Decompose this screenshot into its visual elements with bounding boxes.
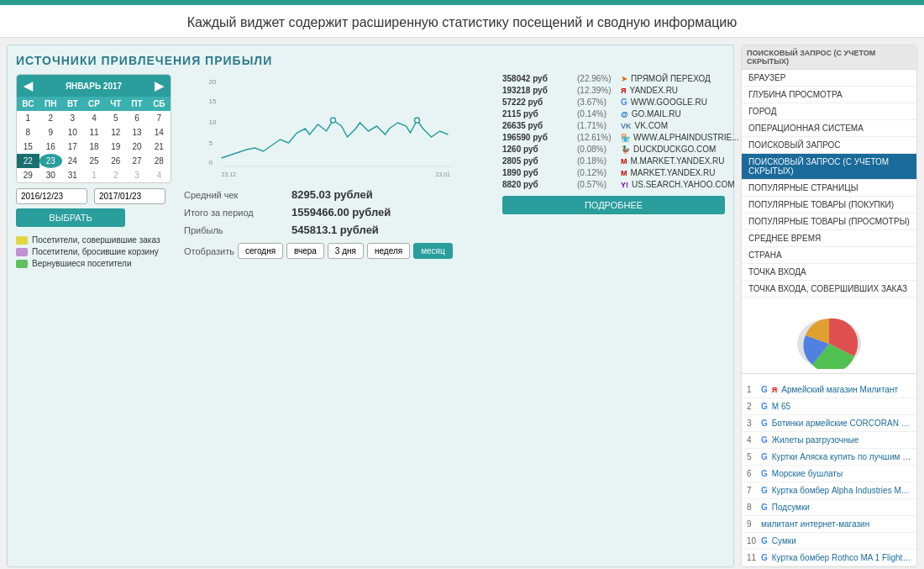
popular-link[interactable]: Сумки <box>772 536 911 545</box>
cal-day[interactable]: 9 <box>39 125 62 140</box>
google-icon: G <box>761 536 768 545</box>
cal-day[interactable]: 30 <box>39 168 62 182</box>
source-amount: 2115 руб <box>502 109 574 119</box>
legend-color-abandoned <box>16 248 28 256</box>
cal-day[interactable]: 10 <box>62 125 83 140</box>
popular-link[interactable]: Подсумки <box>772 503 911 512</box>
cal-day[interactable]: 31 <box>62 168 83 182</box>
profit-label: Прибыль <box>184 225 285 235</box>
cal-day[interactable]: 7 <box>148 111 171 125</box>
cal-day[interactable]: 25 <box>83 154 105 168</box>
cal-prev-button[interactable]: ◀ <box>24 79 33 92</box>
popular-link[interactable]: Ботинки армейские CORCORAN Marauder Bla.… <box>772 419 911 428</box>
popular-link[interactable]: Куртки Аляска купить по лучшим ценам в М… <box>772 452 911 461</box>
source-entry-1: 193218 руб (12.39%) Я YANDEX.RU <box>502 86 725 95</box>
cal-day[interactable]: 13 <box>126 125 147 140</box>
legend-item-orders: Посетители, совершившие заказ <box>16 235 176 245</box>
cal-day[interactable]: 28 <box>148 154 171 168</box>
svg-text:15: 15 <box>209 97 217 105</box>
week-button[interactable]: неделя <box>367 243 410 259</box>
sidebar-title: ПОИСКОВЫЙ ЗАПРОС (С УЧЕТОМ СКРЫТЫХ) <box>742 45 916 70</box>
sidebar-item-11[interactable]: ТОЧКА ВХОДА <box>742 264 916 281</box>
sidebar-item-1[interactable]: ГЛУБИНА ПРОСМОТРА <box>742 87 916 103</box>
sidebar-item-8[interactable]: ПОПУЛЯРНЫЕ ТОВАРЫ (ПРОСМОТРЫ) <box>742 213 916 230</box>
cal-day[interactable]: 17 <box>62 140 83 154</box>
cal-next-button[interactable]: ▶ <box>155 79 164 92</box>
popular-num: 2 <box>747 402 757 411</box>
cal-day[interactable]: 22 <box>17 154 39 168</box>
popular-link[interactable]: Армейский магазин Милитант <box>781 385 911 394</box>
popular-link[interactable]: Куртка бомбер Rothco MA 1 Flight Jacket <box>772 553 911 562</box>
sidebar-item-0[interactable]: БРАУЗЕР <box>742 70 916 87</box>
google-icon: G <box>761 452 768 461</box>
cal-day[interactable]: 4 <box>148 168 171 182</box>
sidebar-item-6[interactable]: ПОПУЛЯРНЫЕ СТРАНИЦЫ <box>742 180 916 197</box>
sidebar-item-10[interactable]: СТРАНА <box>742 247 916 264</box>
source-entry-4: 26635 руб (1.71%) VK VK.COM <box>502 121 725 130</box>
cal-day[interactable]: 8 <box>17 125 39 140</box>
cal-day[interactable]: 19 <box>105 140 126 154</box>
cal-day[interactable]: 23 <box>39 154 62 168</box>
cal-day[interactable]: 16 <box>39 140 62 154</box>
source-pct: (3.67%) <box>577 97 617 107</box>
source-name: DUCKDUCKGO.COM <box>633 145 716 154</box>
cal-day[interactable]: 6 <box>126 111 147 125</box>
cal-day[interactable]: 3 <box>126 168 147 182</box>
popular-item-5: 6 G Морские бушлаты <box>742 466 916 482</box>
today-button[interactable]: сегодня <box>238 243 283 259</box>
popular-link[interactable]: М 65 <box>772 402 911 411</box>
legend: Посетители, совершившие заказ Посетители… <box>16 235 176 268</box>
popular-num: 6 <box>747 469 757 478</box>
more-button[interactable]: ПОДРОБНЕЕ <box>502 196 725 214</box>
cal-day[interactable]: 27 <box>126 154 147 168</box>
cal-day[interactable]: 24 <box>62 154 83 168</box>
cal-day[interactable]: 12 <box>105 125 126 140</box>
google-icon: G <box>761 419 768 428</box>
sidebar-item-2[interactable]: ГОРОД <box>742 103 916 120</box>
sidebar-item-3[interactable]: ОПЕРАЦИОННАЯ СИСТЕМА <box>742 120 916 137</box>
cal-day[interactable]: 15 <box>17 140 39 154</box>
cal-day[interactable]: 18 <box>83 140 105 154</box>
sidebar-item-9[interactable]: СРЕДНЕЕ ВРЕМЯ <box>742 230 916 247</box>
sidebar-item-12[interactable]: ТОЧКА ВХОДА, СОВЕРШИВШИХ ЗАКАЗ <box>742 281 916 298</box>
cal-day[interactable]: 2 <box>39 111 62 125</box>
cal-day[interactable]: 21 <box>148 140 171 154</box>
popular-item-8: 9 милитант интернет-магазин <box>742 516 916 533</box>
google-icon: G <box>761 486 768 495</box>
cal-day[interactable]: 20 <box>126 140 147 154</box>
source-pct: (0.14%) <box>577 109 617 119</box>
sidebar-item-5[interactable]: ПОИСКОВЫЙ ЗАПРОС (С УЧЕТОМ СКРЫТЫХ) <box>742 154 916 180</box>
popular-link[interactable]: Морские бушлаты <box>772 469 911 478</box>
cal-day[interactable]: 29 <box>17 168 39 182</box>
cal-day[interactable]: 3 <box>62 111 83 125</box>
cal-day[interactable]: 2 <box>105 168 126 182</box>
google-icon: G <box>761 402 768 411</box>
popular-item-6: 7 G Куртка бомбер Alpha Industries MA 1 … <box>742 482 916 499</box>
cal-day[interactable]: 1 <box>83 168 105 182</box>
source-entry-6: 1260 руб (0.08%) 🦆 DUCKDUCKGO.COM <box>502 145 725 154</box>
cal-day[interactable]: 26 <box>105 154 126 168</box>
popular-link[interactable]: Жилеты разгрузочные <box>772 435 911 445</box>
source-name: US.SEARCH.YAHOO.COM <box>632 180 735 189</box>
month-button[interactable]: месяц <box>413 243 453 259</box>
vk-icon: VK <box>621 122 632 130</box>
source-entry-5: 196590 руб (12.61%) 🏪 WWW.ALPHAINDUSTRIE… <box>502 133 725 142</box>
source-amount: 196590 руб <box>502 133 574 142</box>
select-date-button[interactable]: ВЫБРАТЬ <box>16 208 125 227</box>
cal-day[interactable]: 4 <box>83 111 105 125</box>
sidebar-item-7[interactable]: ПОПУЛЯРНЫЕ ТОВАРЫ (ПОКУПКИ) <box>742 197 916 213</box>
popular-link[interactable]: милитант интернет-магазин <box>761 519 911 529</box>
cal-day[interactable]: 11 <box>83 125 105 140</box>
google-icon: G <box>621 97 627 107</box>
3days-button[interactable]: 3 дня <box>328 243 364 259</box>
sidebar-item-4[interactable]: ПОИСКОВЫЙ ЗАПРОС <box>742 137 916 154</box>
total-period-value: 1559466.00 рублей <box>291 206 391 219</box>
date-from-input[interactable] <box>16 188 87 204</box>
cal-day[interactable]: 5 <box>105 111 126 125</box>
cal-day[interactable]: 1 <box>17 111 39 125</box>
cal-day[interactable]: 14 <box>148 125 171 140</box>
yesterday-button[interactable]: вчера <box>286 243 324 259</box>
popular-link[interactable]: Куртка бомбер Alpha Industries MA 1 0 TE… <box>772 486 911 495</box>
avg-check-value: 8295.03 рублей <box>291 188 373 201</box>
date-to-input[interactable] <box>94 188 165 204</box>
